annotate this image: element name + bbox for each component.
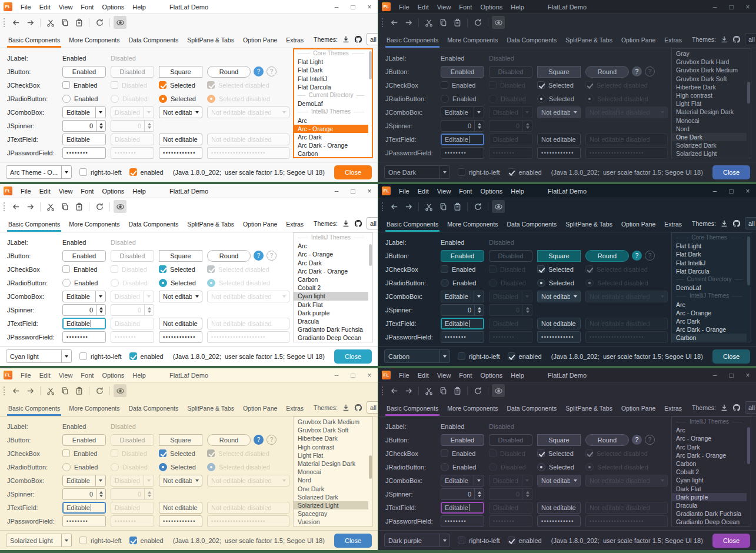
theme-list-item[interactable]: One Dark	[294, 485, 368, 493]
checkbox-icon[interactable]	[62, 265, 70, 273]
menu-help[interactable]: Help	[507, 186, 528, 196]
tab-option-pane[interactable]: Option Pane	[242, 216, 278, 232]
theme-list-item[interactable]: Carbon	[672, 334, 747, 342]
theme-list-item[interactable]: Solarized Light	[294, 501, 368, 509]
close-button[interactable]: Close	[334, 165, 372, 179]
theme-list-item[interactable]: Arc - Orange	[294, 250, 368, 258]
combobox-editable[interactable]: Editable	[441, 106, 484, 118]
theme-list-item[interactable]: Carbon	[672, 459, 747, 468]
enabled-checkbox[interactable]: enabled	[129, 537, 164, 544]
toolbar-grip[interactable]	[4, 202, 6, 211]
theme-list-item[interactable]: One Dark	[672, 133, 747, 141]
minimize-button[interactable]: –	[328, 0, 345, 14]
theme-list-item[interactable]: Solarized Dark	[672, 141, 747, 149]
minimize-button[interactable]: –	[707, 368, 723, 382]
help-icon[interactable]: ?	[254, 251, 264, 261]
forward-icon[interactable]	[402, 384, 415, 397]
theme-list-item[interactable]: Arc - Orange	[294, 125, 368, 133]
menu-font[interactable]: Font	[455, 370, 476, 381]
spinner-enabled[interactable]: 0	[441, 488, 484, 500]
jpasswordfield-not-editable[interactable]: ••••••••••••	[159, 331, 202, 343]
menu-help[interactable]: Help	[128, 2, 150, 12]
checkbox-enabled[interactable]: Enabled	[441, 449, 484, 457]
chevron-down-icon[interactable]	[95, 291, 105, 302]
theme-list-item[interactable]: Flat IntelliJ	[672, 259, 747, 267]
theme-list-item[interactable]: Gray	[672, 49, 747, 58]
menu-file[interactable]: File	[16, 2, 35, 12]
theme-list-item[interactable]: Arc Dark - Orange	[294, 141, 368, 149]
theme-list-item[interactable]: High contrast	[672, 91, 747, 99]
radio-icon[interactable]	[62, 463, 71, 471]
round-button[interactable]: Round	[207, 66, 251, 78]
jpasswordfield-editable[interactable]: ••••••••	[62, 515, 106, 527]
checkbox-checked-icon[interactable]	[159, 449, 166, 457]
combobox-not-editable[interactable]: Not editable	[159, 291, 202, 302]
radio-selected[interactable]: Selected	[159, 463, 202, 471]
radio-checked-icon[interactable]	[537, 95, 545, 103]
theme-list-item[interactable]: Nord	[672, 125, 747, 133]
help-icon[interactable]: ?	[267, 66, 277, 76]
spinner-arrows-icon[interactable]	[474, 489, 484, 499]
theme-list-item[interactable]: Gruvbox Dark Soft	[672, 75, 747, 83]
checkbox-icon[interactable]	[441, 81, 448, 89]
spinner-arrows-icon[interactable]	[474, 121, 484, 131]
combobox-editable[interactable]: Editable	[62, 475, 106, 487]
tab-more-components[interactable]: More Components	[446, 401, 499, 416]
combobox-not-editable[interactable]: Not editable	[537, 291, 581, 302]
close-window-button[interactable]: ×	[361, 0, 378, 14]
list-scrollbar-thumb[interactable]	[369, 455, 372, 479]
jtextfield-editable[interactable]: Editable	[62, 318, 106, 329]
list-scrollbar-thumb[interactable]	[747, 427, 750, 464]
theme-select-combo[interactable]: Dark purple	[384, 534, 450, 547]
theme-filter-combo[interactable]: all	[367, 33, 378, 45]
combobox-editable[interactable]: Editable	[62, 106, 106, 118]
checkbox-enabled[interactable]: Enabled	[441, 265, 484, 273]
theme-list-item[interactable]: Arc Dark	[294, 133, 368, 141]
enabled-checkbox[interactable]: enabled	[129, 168, 164, 176]
theme-list-item[interactable]: Nord	[294, 476, 368, 484]
chevron-down-icon[interactable]	[61, 166, 71, 178]
close-window-button[interactable]: ×	[740, 184, 756, 198]
jtextfield-editable[interactable]: Editable	[62, 502, 106, 514]
chevron-down-icon[interactable]	[570, 291, 580, 302]
toolbar-grip[interactable]	[4, 18, 6, 27]
show-eye-icon[interactable]	[492, 16, 505, 29]
menu-file[interactable]: File	[16, 186, 35, 196]
radio-checked-icon[interactable]	[159, 463, 167, 471]
tab-data-components[interactable]: Data Components	[506, 216, 558, 232]
help-icon[interactable]: ?	[645, 251, 655, 261]
forward-icon[interactable]	[24, 384, 36, 397]
jtextfield-not-editable[interactable]: Not editable	[537, 318, 581, 329]
combobox-editable[interactable]: Editable	[441, 475, 484, 487]
theme-list-item[interactable]: Monocai	[672, 116, 747, 125]
back-icon[interactable]	[9, 16, 22, 29]
jpasswordfield-not-editable[interactable]: ••••••••••••	[537, 147, 581, 159]
menu-options[interactable]: Options	[98, 370, 128, 381]
checkbox-enabled[interactable]: Enabled	[441, 81, 484, 89]
radio-enabled[interactable]: Enabled	[62, 279, 106, 287]
menu-font[interactable]: Font	[455, 2, 476, 12]
copy-icon[interactable]	[437, 384, 449, 397]
list-scrollbar[interactable]	[747, 233, 751, 342]
jtextfield-not-editable[interactable]: Not editable	[159, 318, 202, 329]
tab-data-components[interactable]: Data Components	[506, 401, 558, 416]
theme-list-item[interactable]: Carbon	[294, 275, 368, 284]
chevron-down-icon[interactable]	[61, 534, 71, 547]
menu-edit[interactable]: Edit	[35, 186, 55, 196]
close-button[interactable]: Close	[334, 534, 372, 548]
checkbox-icon[interactable]	[441, 265, 448, 273]
chevron-down-icon[interactable]	[474, 107, 484, 118]
paste-icon[interactable]	[451, 200, 464, 213]
checkbox-selected[interactable]: Selected	[537, 265, 581, 273]
round-button[interactable]: Round	[207, 434, 251, 446]
minimize-button[interactable]: –	[328, 184, 345, 198]
theme-list-item[interactable]: Gradianto Deep Ocean	[672, 518, 747, 526]
menu-view[interactable]: View	[433, 370, 455, 381]
enabled-button[interactable]: Enabled	[62, 250, 106, 262]
back-icon[interactable]	[388, 384, 401, 397]
checkbox-checked-icon[interactable]	[129, 537, 137, 544]
right-to-left-checkbox[interactable]: right-to-left	[458, 352, 500, 360]
cut-icon[interactable]	[422, 16, 435, 29]
chevron-down-icon[interactable]	[439, 350, 449, 362]
theme-list-item[interactable]: Vuesion	[294, 518, 368, 526]
